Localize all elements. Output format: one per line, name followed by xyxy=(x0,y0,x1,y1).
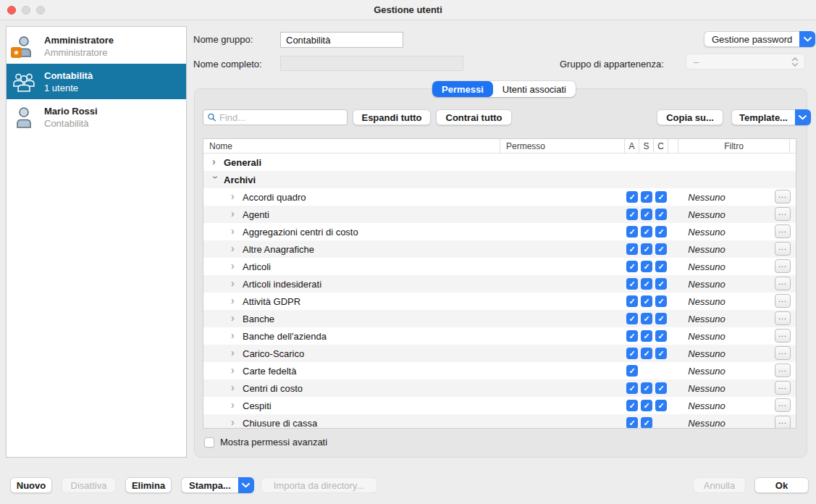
table-row[interactable]: › Aggregazioni centri di costo Nessuno .… xyxy=(203,223,796,240)
table-row[interactable]: › Accordi quadro Nessuno ... xyxy=(203,188,796,206)
permission-checkbox-c[interactable] xyxy=(654,348,668,359)
permission-checkbox-a[interactable] xyxy=(625,191,639,203)
gestione-password-dropdown[interactable] xyxy=(799,31,815,47)
filter-options-button[interactable]: ... xyxy=(775,364,791,377)
permission-checkbox-a[interactable] xyxy=(625,209,639,220)
filter-options-button[interactable]: ... xyxy=(775,224,791,238)
checkbox-checked-icon[interactable] xyxy=(655,209,667,220)
checkbox-checked-icon[interactable] xyxy=(626,191,638,203)
filter-options-button[interactable]: ... xyxy=(775,294,791,308)
sidebar-user-item-3[interactable]: ★ Mario Rossi Contabilità xyxy=(7,99,186,135)
permission-checkbox-s[interactable] xyxy=(639,243,654,255)
checkbox-checked-icon[interactable] xyxy=(626,382,638,394)
gestione-password-label[interactable]: Gestione password xyxy=(704,31,799,47)
filter-options-button[interactable]: ... xyxy=(775,311,791,325)
permission-checkbox-a[interactable] xyxy=(625,278,639,290)
checkbox-checked-icon[interactable] xyxy=(626,278,638,290)
filter-options-button[interactable]: ... xyxy=(775,398,791,412)
checkbox-checked-icon[interactable] xyxy=(626,209,638,220)
permission-checkbox-s[interactable] xyxy=(639,382,654,394)
table-row[interactable]: › Chiusure di cassa Nessuno ... xyxy=(203,414,796,429)
checkbox-checked-icon[interactable] xyxy=(626,226,638,238)
permission-checkbox-a[interactable] xyxy=(625,261,639,272)
tab-utenti-associati[interactable]: Utenti associati xyxy=(493,81,576,97)
checkbox-checked-icon[interactable] xyxy=(641,313,652,324)
filter-options-button[interactable]: ... xyxy=(775,259,791,273)
filter-options-button[interactable]: ... xyxy=(775,381,791,395)
ok-button[interactable]: Ok xyxy=(754,477,809,493)
disclosure-chevron-icon[interactable]: › xyxy=(231,400,237,410)
permission-checkbox-s[interactable] xyxy=(639,330,654,342)
filter-options-button[interactable]: ... xyxy=(775,416,791,429)
checkbox-checked-icon[interactable] xyxy=(655,191,667,203)
tab-permessi[interactable]: Permessi xyxy=(432,81,493,97)
permission-checkbox-c[interactable] xyxy=(654,400,668,411)
permission-checkbox-a[interactable] xyxy=(625,400,639,411)
checkbox-checked-icon[interactable] xyxy=(655,330,667,342)
permission-checkbox-c[interactable] xyxy=(654,278,668,290)
close-button[interactable] xyxy=(7,6,16,14)
filter-options-button[interactable]: ... xyxy=(775,207,791,221)
checkbox-checked-icon[interactable] xyxy=(626,243,638,255)
table-row[interactable]: › Cespiti Nessuno ... xyxy=(203,397,796,414)
zoom-button[interactable] xyxy=(36,6,45,14)
table-row[interactable]: › Banche Nessuno ... xyxy=(203,310,796,327)
permission-checkbox-c[interactable] xyxy=(654,209,668,220)
disclosure-chevron-icon[interactable]: › xyxy=(231,278,237,288)
table-row[interactable]: › Articoli Nessuno ... xyxy=(203,258,796,275)
table-row[interactable]: › Articoli indesiderati Nessuno ... xyxy=(203,275,796,293)
table-row[interactable]: › Altre Anagrafiche Nessuno ... xyxy=(203,240,796,258)
disclosure-chevron-icon[interactable]: › xyxy=(231,261,237,271)
checkbox-checked-icon[interactable] xyxy=(641,209,652,220)
search-input[interactable] xyxy=(219,111,347,124)
checkbox-checked-icon[interactable] xyxy=(626,295,638,307)
permission-checkbox-c[interactable] xyxy=(654,226,668,238)
permission-checkbox-s[interactable] xyxy=(639,400,654,411)
checkbox-checked-icon[interactable] xyxy=(641,226,652,238)
filter-options-button[interactable]: ... xyxy=(775,329,791,343)
checkbox-checked-icon[interactable] xyxy=(641,191,652,203)
permission-checkbox-a[interactable] xyxy=(625,295,639,307)
gestione-password-button[interactable]: Gestione password xyxy=(704,31,815,47)
table-row[interactable]: › Generali xyxy=(203,154,796,171)
checkbox-checked-icon[interactable] xyxy=(641,330,652,342)
stampa-label[interactable]: Stampa... xyxy=(181,477,238,493)
permission-checkbox-s[interactable] xyxy=(639,278,654,290)
disclosure-chevron-icon[interactable]: › xyxy=(231,382,237,392)
permission-checkbox-s[interactable] xyxy=(639,417,654,429)
disclosure-chevron-icon[interactable]: › xyxy=(231,226,237,236)
permission-checkbox-a[interactable] xyxy=(625,330,639,342)
filter-options-button[interactable]: ... xyxy=(775,242,791,256)
espandi-tutto-button[interactable]: Espandi tutto xyxy=(353,109,431,125)
table-row[interactable]: › Archivi xyxy=(203,171,796,188)
disclosure-chevron-icon[interactable]: › xyxy=(231,365,237,375)
nome-gruppo-input[interactable] xyxy=(280,32,403,48)
copia-su-button[interactable]: Copia su... xyxy=(657,109,723,125)
disclosure-chevron-icon[interactable]: › xyxy=(231,295,237,306)
disclosure-chevron-icon[interactable]: › xyxy=(231,330,237,340)
permission-checkbox-a[interactable] xyxy=(625,417,639,429)
checkbox-checked-icon[interactable] xyxy=(655,261,667,272)
sidebar-user-item-2[interactable]: ★ Contabilità 1 utente xyxy=(7,64,186,99)
permission-checkbox-a[interactable] xyxy=(625,313,639,324)
permission-checkbox-a[interactable] xyxy=(625,226,639,238)
table-row[interactable]: › Banche dell'azienda Nessuno ... xyxy=(203,327,796,345)
filter-options-button[interactable]: ... xyxy=(775,346,791,360)
checkbox-checked-icon[interactable] xyxy=(641,348,652,359)
checkbox-checked-icon[interactable] xyxy=(626,365,638,377)
disclosure-chevron-icon[interactable]: › xyxy=(231,348,237,358)
checkbox-checked-icon[interactable] xyxy=(641,278,652,290)
permission-checkbox-s[interactable] xyxy=(639,313,654,324)
table-row[interactable]: › Carte fedeltà Nessuno ... xyxy=(203,362,796,379)
minimize-button[interactable] xyxy=(22,6,30,14)
permission-checkbox-s[interactable] xyxy=(639,191,654,203)
table-row[interactable]: › Centri di costo Nessuno ... xyxy=(203,379,796,397)
column-header-c[interactable]: C xyxy=(654,139,668,153)
checkbox-checked-icon[interactable] xyxy=(626,261,638,272)
mostra-permessi-checkbox[interactable] xyxy=(204,437,214,448)
disclosure-chevron-icon[interactable]: › xyxy=(231,191,237,201)
checkbox-checked-icon[interactable] xyxy=(641,295,652,307)
checkbox-checked-icon[interactable] xyxy=(655,243,667,255)
permission-checkbox-a[interactable] xyxy=(625,348,639,359)
stampa-dropdown[interactable] xyxy=(238,477,254,493)
